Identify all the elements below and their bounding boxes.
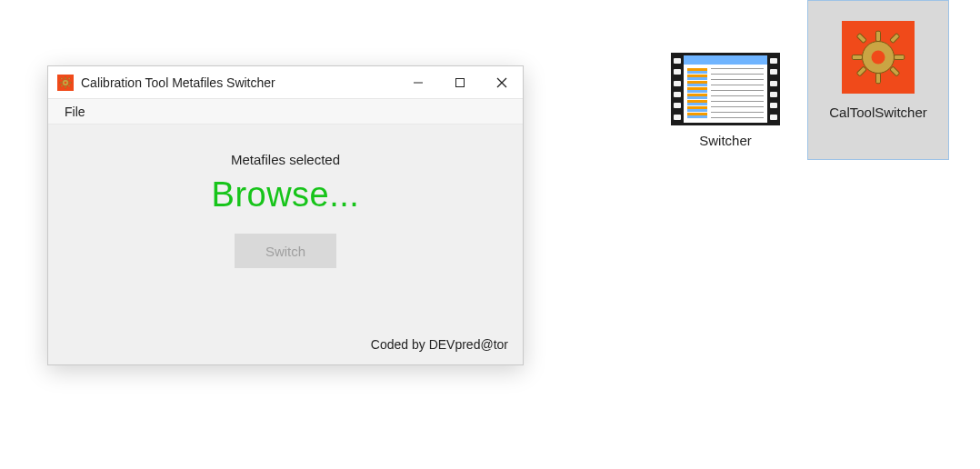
svg-point-1	[65, 81, 67, 84]
svg-rect-9	[61, 85, 63, 86]
svg-rect-7	[68, 85, 70, 86]
svg-rect-22	[890, 34, 900, 44]
minimize-button[interactable]	[397, 66, 439, 99]
svg-point-15	[872, 51, 885, 65]
svg-rect-5	[69, 82, 71, 83]
client-area: Metafiles selected Browse... Switch Code…	[48, 125, 523, 364]
desktop-icon-switcher[interactable]: Switcher	[655, 42, 796, 148]
svg-rect-23	[856, 66, 866, 76]
menu-file[interactable]: File	[59, 103, 91, 121]
svg-rect-6	[61, 77, 63, 79]
switch-button[interactable]: Switch	[235, 234, 336, 268]
video-thumb-icon	[671, 53, 780, 125]
app-icon	[57, 75, 74, 91]
svg-rect-19	[895, 55, 905, 60]
svg-rect-17	[876, 74, 881, 84]
svg-rect-16	[876, 31, 881, 41]
svg-rect-18	[852, 55, 862, 60]
svg-rect-20	[856, 34, 866, 44]
svg-rect-11	[456, 78, 465, 86]
svg-rect-21	[890, 66, 900, 76]
desktop-icon-caltoolswitcher[interactable]: CalToolSwitcher	[807, 0, 949, 160]
maximize-button[interactable]	[439, 66, 481, 99]
gear-icon	[842, 21, 915, 94]
svg-rect-8	[68, 77, 70, 79]
svg-rect-3	[65, 86, 65, 88]
menubar: File	[48, 99, 523, 125]
browse-link[interactable]: Browse...	[48, 175, 523, 215]
titlebar[interactable]: Calibration Tool Metafiles Switcher	[48, 66, 523, 99]
window-title: Calibration Tool Metafiles Switcher	[81, 75, 275, 90]
close-button[interactable]	[481, 66, 523, 99]
app-window: Calibration Tool Metafiles Switcher File…	[47, 65, 524, 365]
svg-rect-4	[60, 82, 62, 83]
desktop-icon-label: Switcher	[655, 133, 796, 148]
footer-credit: Coded by DEVpred@tor	[371, 337, 508, 352]
svg-rect-2	[65, 76, 65, 78]
metafiles-selected-label: Metafiles selected	[48, 152, 523, 167]
desktop-icon-label: CalToolSwitcher	[808, 105, 948, 120]
